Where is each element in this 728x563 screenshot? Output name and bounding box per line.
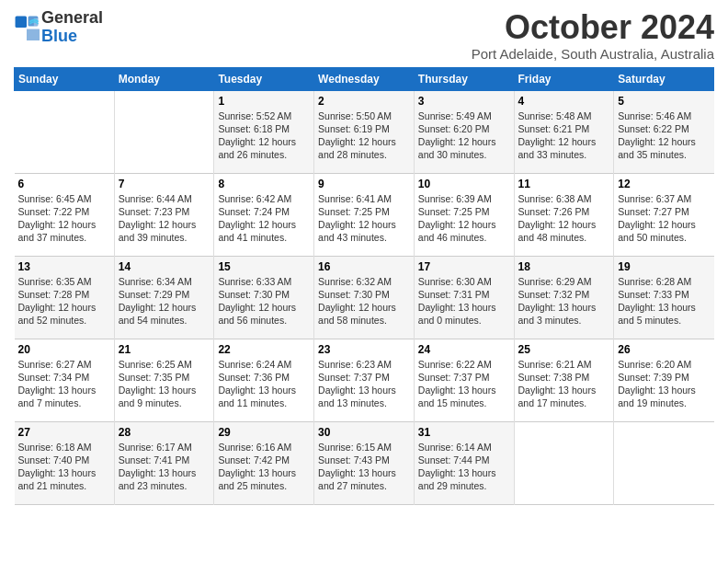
day-info: Sunrise: 6:14 AM Sunset: 7:44 PM Dayligh… <box>418 441 510 493</box>
calendar-cell <box>114 90 214 173</box>
calendar-cell: 5Sunrise: 5:46 AM Sunset: 6:22 PM Daylig… <box>614 90 714 173</box>
calendar-cell: 12Sunrise: 6:37 AM Sunset: 7:27 PM Dayli… <box>614 173 714 256</box>
day-info: Sunrise: 6:17 AM Sunset: 7:41 PM Dayligh… <box>119 441 210 493</box>
calendar-cell: 13Sunrise: 6:35 AM Sunset: 7:28 PM Dayli… <box>15 256 115 339</box>
header-day-sunday: Sunday <box>15 67 115 90</box>
calendar-week-3: 13Sunrise: 6:35 AM Sunset: 7:28 PM Dayli… <box>15 256 714 339</box>
calendar-table: SundayMondayTuesdayWednesdayThursdayFrid… <box>14 67 714 505</box>
day-number: 19 <box>618 260 710 273</box>
day-number: 29 <box>218 426 310 439</box>
day-info: Sunrise: 6:21 AM Sunset: 7:38 PM Dayligh… <box>518 358 610 410</box>
day-info: Sunrise: 6:15 AM Sunset: 7:43 PM Dayligh… <box>318 441 410 493</box>
day-info: Sunrise: 5:49 AM Sunset: 6:20 PM Dayligh… <box>418 109 510 162</box>
calendar-cell: 9Sunrise: 6:41 AM Sunset: 7:25 PM Daylig… <box>314 173 415 256</box>
calendar-cell: 14Sunrise: 6:34 AM Sunset: 7:29 PM Dayli… <box>114 256 214 339</box>
calendar-cell: 21Sunrise: 6:25 AM Sunset: 7:35 PM Dayli… <box>114 339 214 421</box>
day-info: Sunrise: 6:18 AM Sunset: 7:40 PM Dayligh… <box>18 441 110 493</box>
day-number: 22 <box>218 343 310 356</box>
day-number: 7 <box>119 178 210 190</box>
calendar-cell: 24Sunrise: 6:22 AM Sunset: 7:37 PM Dayli… <box>414 339 514 421</box>
calendar-cell: 31Sunrise: 6:14 AM Sunset: 7:44 PM Dayli… <box>414 421 514 504</box>
calendar-cell: 27Sunrise: 6:18 AM Sunset: 7:40 PM Dayli… <box>15 421 115 504</box>
calendar-cell: 29Sunrise: 6:16 AM Sunset: 7:42 PM Dayli… <box>214 421 314 504</box>
day-info: Sunrise: 6:37 AM Sunset: 7:27 PM Dayligh… <box>618 192 710 245</box>
svg-rect-0 <box>16 16 27 27</box>
day-info: Sunrise: 6:30 AM Sunset: 7:31 PM Dayligh… <box>418 275 510 327</box>
day-number: 28 <box>119 426 210 439</box>
title-area: October 2024 Port Adelaide, South Austra… <box>472 9 714 62</box>
day-info: Sunrise: 5:48 AM Sunset: 6:21 PM Dayligh… <box>518 109 610 162</box>
calendar-cell: 19Sunrise: 6:28 AM Sunset: 7:33 PM Dayli… <box>614 256 714 339</box>
calendar-cell: 16Sunrise: 6:32 AM Sunset: 7:30 PM Dayli… <box>314 256 415 339</box>
calendar-cell <box>15 90 115 173</box>
day-info: Sunrise: 6:42 AM Sunset: 7:24 PM Dayligh… <box>218 192 310 245</box>
day-number: 17 <box>418 260 510 273</box>
header-day-tuesday: Tuesday <box>214 67 314 90</box>
calendar-cell: 4Sunrise: 5:48 AM Sunset: 6:21 PM Daylig… <box>514 90 614 173</box>
calendar-cell: 8Sunrise: 6:42 AM Sunset: 7:24 PM Daylig… <box>214 173 314 256</box>
day-info: Sunrise: 6:38 AM Sunset: 7:26 PM Dayligh… <box>518 192 610 245</box>
day-info: Sunrise: 6:29 AM Sunset: 7:32 PM Dayligh… <box>518 275 610 327</box>
day-info: Sunrise: 6:41 AM Sunset: 7:25 PM Dayligh… <box>318 192 410 245</box>
header-day-thursday: Thursday <box>414 67 514 90</box>
day-number: 13 <box>18 260 110 273</box>
header-day-saturday: Saturday <box>614 67 714 90</box>
day-info: Sunrise: 6:24 AM Sunset: 7:36 PM Dayligh… <box>218 358 310 410</box>
day-number: 21 <box>119 343 210 356</box>
day-number: 31 <box>418 426 510 439</box>
header-day-wednesday: Wednesday <box>314 67 415 90</box>
day-number: 5 <box>618 95 710 108</box>
day-number: 10 <box>418 178 510 190</box>
logo: General Blue <box>14 9 103 46</box>
calendar-cell: 15Sunrise: 6:33 AM Sunset: 7:30 PM Dayli… <box>214 256 314 339</box>
calendar-cell: 10Sunrise: 6:39 AM Sunset: 7:25 PM Dayli… <box>414 173 514 256</box>
calendar-cell: 1Sunrise: 5:52 AM Sunset: 6:18 PM Daylig… <box>214 90 314 173</box>
day-number: 25 <box>518 343 610 356</box>
calendar-week-4: 20Sunrise: 6:27 AM Sunset: 7:34 PM Dayli… <box>15 339 714 421</box>
day-info: Sunrise: 5:50 AM Sunset: 6:19 PM Dayligh… <box>318 109 410 162</box>
calendar-cell <box>514 421 614 504</box>
day-info: Sunrise: 5:46 AM Sunset: 6:22 PM Dayligh… <box>618 109 710 162</box>
day-number: 24 <box>418 343 510 356</box>
logo-general: General <box>41 9 103 28</box>
calendar-cell <box>614 421 714 504</box>
location: Port Adelaide, South Australia, Australi… <box>472 46 714 62</box>
logo-text: General Blue <box>41 9 103 46</box>
calendar-cell: 6Sunrise: 6:45 AM Sunset: 7:22 PM Daylig… <box>15 173 115 256</box>
calendar-cell: 7Sunrise: 6:44 AM Sunset: 7:23 PM Daylig… <box>114 173 214 256</box>
header-day-monday: Monday <box>114 67 214 90</box>
day-info: Sunrise: 6:44 AM Sunset: 7:23 PM Dayligh… <box>119 192 210 245</box>
day-number: 12 <box>618 178 710 190</box>
month-title: October 2024 <box>472 9 714 46</box>
calendar-cell: 23Sunrise: 6:23 AM Sunset: 7:37 PM Dayli… <box>314 339 415 421</box>
day-number: 18 <box>518 260 610 273</box>
header-day-friday: Friday <box>514 67 614 90</box>
day-info: Sunrise: 5:52 AM Sunset: 6:18 PM Dayligh… <box>218 109 310 162</box>
calendar-cell: 3Sunrise: 5:49 AM Sunset: 6:20 PM Daylig… <box>414 90 514 173</box>
calendar-cell: 20Sunrise: 6:27 AM Sunset: 7:34 PM Dayli… <box>15 339 115 421</box>
day-number: 30 <box>318 426 410 439</box>
calendar-week-1: 1Sunrise: 5:52 AM Sunset: 6:18 PM Daylig… <box>15 90 714 173</box>
calendar-header: SundayMondayTuesdayWednesdayThursdayFrid… <box>15 67 714 90</box>
calendar-cell: 22Sunrise: 6:24 AM Sunset: 7:36 PM Dayli… <box>214 339 314 421</box>
day-number: 8 <box>218 178 310 190</box>
day-number: 20 <box>18 343 110 356</box>
calendar-week-5: 27Sunrise: 6:18 AM Sunset: 7:40 PM Dayli… <box>15 421 714 504</box>
day-info: Sunrise: 6:20 AM Sunset: 7:39 PM Dayligh… <box>618 358 710 410</box>
day-number: 9 <box>318 178 410 190</box>
calendar-cell: 26Sunrise: 6:20 AM Sunset: 7:39 PM Dayli… <box>614 339 714 421</box>
day-number: 1 <box>218 95 310 108</box>
logo-blue: Blue <box>41 28 103 46</box>
day-number: 15 <box>218 260 310 273</box>
day-number: 11 <box>518 178 610 190</box>
calendar-cell: 28Sunrise: 6:17 AM Sunset: 7:41 PM Dayli… <box>114 421 214 504</box>
day-info: Sunrise: 6:35 AM Sunset: 7:28 PM Dayligh… <box>18 275 110 327</box>
logo-icon <box>14 15 40 40</box>
day-info: Sunrise: 6:34 AM Sunset: 7:29 PM Dayligh… <box>119 275 210 327</box>
day-info: Sunrise: 6:28 AM Sunset: 7:33 PM Dayligh… <box>618 275 710 327</box>
day-number: 6 <box>18 178 110 190</box>
svg-marker-2 <box>27 29 40 40</box>
day-number: 14 <box>119 260 210 273</box>
day-number: 23 <box>318 343 410 356</box>
day-number: 4 <box>518 95 610 108</box>
